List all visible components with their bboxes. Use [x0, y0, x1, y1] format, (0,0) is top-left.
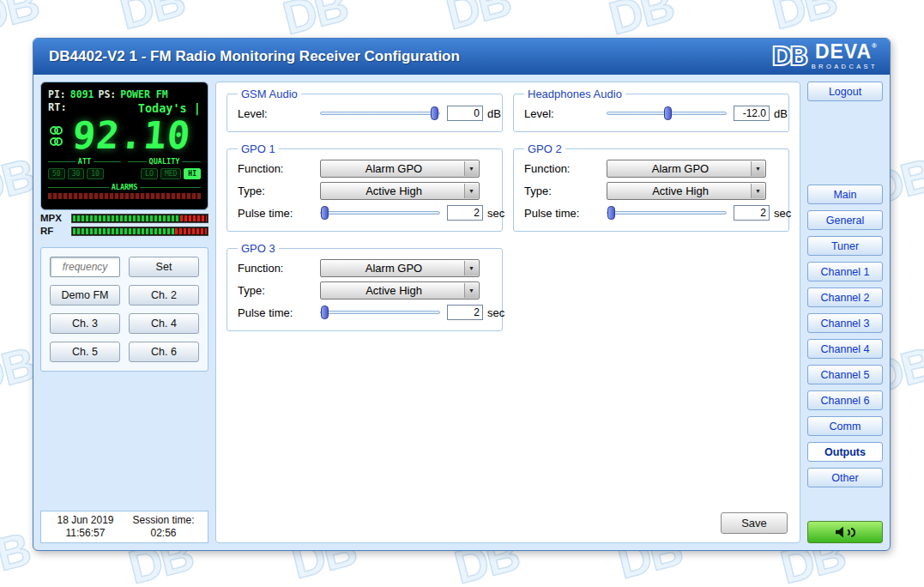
- gpo3-pulse-slider[interactable]: [320, 306, 440, 319]
- window-body: PI: 8091 PS: POWER FM RT: Today's |: [33, 75, 890, 550]
- preset-button-ch6[interactable]: Ch. 6: [129, 342, 199, 362]
- gsm-level-input[interactable]: [447, 106, 483, 121]
- gpo2-type-select[interactable]: Active High ▼: [607, 182, 766, 200]
- lcd-display: PI: 8091 PS: POWER FM RT: Today's |: [40, 82, 208, 210]
- slider-thumb[interactable]: [431, 106, 438, 120]
- sidebar-item-channel-2[interactable]: Channel 2: [807, 287, 883, 307]
- gsm-level-slider[interactable]: [320, 106, 440, 120]
- preset-button-demo-fm[interactable]: Demo FM: [50, 285, 120, 306]
- pi-label: PI:: [48, 88, 66, 100]
- preset-button-ch4[interactable]: Ch. 4: [129, 313, 199, 334]
- sidebar-item-main[interactable]: Main: [807, 185, 883, 204]
- headphones-level-input[interactable]: [734, 106, 770, 121]
- gpo1-pulse-unit: sec: [487, 207, 504, 220]
- session-value: 02:56: [124, 527, 202, 540]
- mpx-meter: [71, 214, 208, 223]
- deva-logo-name: DEVA®: [815, 43, 878, 62]
- title-bar: DB4402-V2 1 - FM Radio Monitoring Receiv…: [33, 39, 890, 75]
- sidebar-item-channel-5[interactable]: Channel 5: [807, 365, 883, 384]
- speaker-icon: [836, 527, 855, 538]
- rf-meter: [71, 227, 208, 236]
- preset-button-ch3[interactable]: Ch. 3: [50, 313, 120, 334]
- deva-logo-mark: DB: [771, 44, 806, 70]
- gpo1-pulse-slider[interactable]: [320, 206, 440, 220]
- slider-thumb[interactable]: [664, 106, 672, 120]
- gpo1-type-label: Type:: [238, 185, 320, 197]
- headphones-level-label: Level:: [524, 107, 607, 120]
- att-indicator: 50: [48, 168, 65, 179]
- att-indicator: 10: [87, 168, 104, 179]
- gpo2-pulse-input[interactable]: [734, 205, 770, 221]
- slider-thumb[interactable]: [607, 206, 615, 220]
- gpo3-pulse-input[interactable]: [447, 305, 483, 320]
- sidebar-item-outputs[interactable]: Outputs: [807, 442, 883, 462]
- chevron-down-icon: ▼: [464, 261, 478, 275]
- gpo1-legend: GPO 1: [238, 142, 279, 155]
- sidebar-item-tuner[interactable]: Tuner: [807, 236, 883, 256]
- headphones-level-unit: dB: [774, 107, 788, 120]
- gpo2-panel: GPO 2 Function: Alarm GPO ▼ Type: Active: [513, 142, 789, 232]
- select-value: Alarm GPO: [652, 162, 721, 175]
- gpo1-function-select[interactable]: Alarm GPO ▼: [320, 160, 480, 178]
- gsm-audio-panel: GSM Audio Level: dB: [226, 88, 503, 132]
- gpo2-pulse-label: Pulse time:: [524, 207, 607, 220]
- select-value: Active High: [365, 185, 434, 197]
- date-text: 18 Jun 2019: [46, 514, 124, 527]
- sidebar-item-channel-4[interactable]: Channel 4: [807, 339, 883, 359]
- status-bar: 18 Jun 2019 11:56:57 Session time: 02:56: [40, 511, 208, 543]
- session-time: Session time: 02:56: [124, 514, 202, 540]
- mpx-label: MPX: [40, 213, 71, 223]
- logout-button[interactable]: Logout: [807, 82, 883, 101]
- headphones-level-slider[interactable]: [607, 106, 727, 120]
- gpo3-function-select[interactable]: Alarm GPO ▼: [320, 259, 480, 277]
- preset-button-ch5[interactable]: Ch. 5: [50, 342, 120, 362]
- slider-track: [320, 211, 440, 215]
- save-button[interactable]: Save: [721, 512, 788, 534]
- quality-indicator-active: HI: [184, 168, 201, 179]
- gpo3-type-select[interactable]: Active High ▼: [320, 281, 480, 300]
- page-title: DB4402-V2 1 - FM Radio Monitoring Receiv…: [49, 48, 460, 65]
- frequency-input[interactable]: [50, 257, 120, 277]
- quality-indicator: LO: [141, 168, 158, 179]
- gpo3-panel: GPO 3 Function: Alarm GPO ▼ Type: Active: [226, 242, 503, 331]
- chevron-down-icon: ▼: [464, 283, 478, 298]
- gpo1-panel: GPO 1 Function: Alarm GPO ▼ Type: Active: [226, 142, 503, 232]
- slider-track: [320, 311, 440, 314]
- mpx-meter-row: MPX: [40, 213, 208, 223]
- alarms-label: ALARMS: [112, 183, 138, 191]
- slider-thumb[interactable]: [321, 206, 329, 220]
- gpo2-pulse-slider[interactable]: [607, 206, 727, 220]
- select-value: Active High: [365, 284, 434, 297]
- sidebar-item-channel-3[interactable]: Channel 3: [807, 313, 883, 333]
- sidebar-item-channel-1[interactable]: Channel 1: [807, 262, 883, 281]
- app-window: DB4402-V2 1 - FM Radio Monitoring Receiv…: [33, 38, 891, 551]
- slider-thumb[interactable]: [321, 306, 329, 319]
- preset-button-ch2[interactable]: Ch. 2: [129, 285, 199, 306]
- att-indicator: 30: [68, 168, 85, 179]
- alarms-label-row: ALARMS: [48, 183, 201, 191]
- stereo-icon: [50, 126, 63, 146]
- deva-logo: DB DEVA® BROADCAST: [771, 43, 878, 70]
- watermark-logo: DB: [0, 522, 34, 587]
- session-label: Session time:: [124, 514, 202, 527]
- set-button[interactable]: Set: [129, 257, 199, 277]
- gpo3-pulse-label: Pulse time:: [238, 306, 320, 319]
- sidebar-item-channel-6[interactable]: Channel 6: [807, 390, 883, 410]
- content-panel: GSM Audio Level: dB Headphones A: [215, 82, 800, 543]
- audio-monitor-button[interactable]: [807, 521, 883, 543]
- gpo1-type-select[interactable]: Active High ▼: [320, 182, 480, 200]
- channel-preset-box: Set Demo FM Ch. 2 Ch. 3 Ch. 4 Ch. 5 Ch. …: [40, 247, 208, 372]
- gpo1-pulse-input[interactable]: [447, 205, 483, 221]
- sidebar-item-general[interactable]: General: [807, 210, 883, 230]
- alarms-bar: [48, 193, 201, 199]
- slider-track: [320, 112, 440, 115]
- sidebar-item-other[interactable]: Other: [807, 468, 883, 487]
- rf-meter-row: RF: [40, 226, 208, 236]
- gpo2-function-label: Function:: [524, 162, 607, 175]
- chevron-down-icon: ▼: [464, 161, 478, 176]
- quality-label: QUALITY: [149, 157, 180, 166]
- gpo2-function-select[interactable]: Alarm GPO ▼: [607, 160, 766, 178]
- att-label: ATT: [78, 157, 91, 166]
- sidebar-item-comm[interactable]: Comm: [807, 416, 883, 436]
- gpo2-pulse-unit: sec: [774, 207, 791, 220]
